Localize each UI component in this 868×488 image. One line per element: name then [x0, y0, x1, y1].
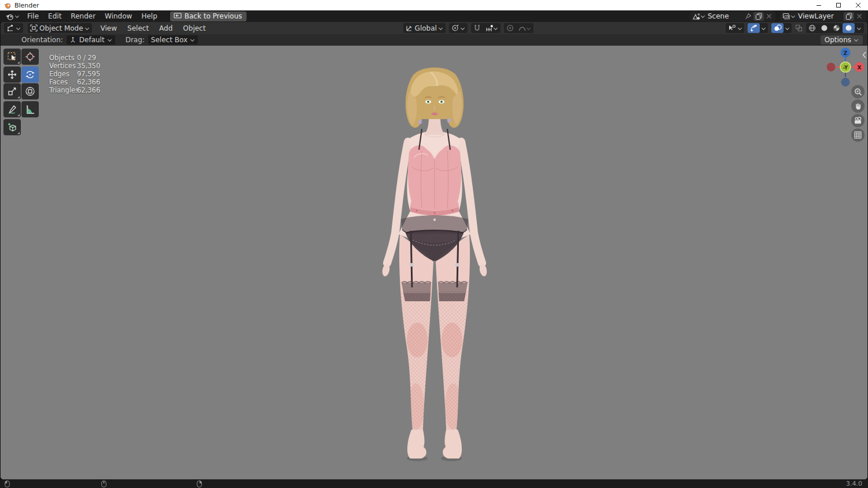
back-to-previous-button[interactable]: Back to Previous	[170, 12, 247, 21]
rotate-icon	[25, 69, 35, 80]
tool-rotate[interactable]	[21, 66, 39, 83]
blender-version: 3.4.0	[846, 480, 862, 487]
scene-selector[interactable]: Scene	[690, 12, 775, 21]
viewlayer-name[interactable]: ViewLayer	[796, 12, 844, 20]
menu-select[interactable]: Select	[122, 23, 154, 34]
global-orientation-icon	[406, 24, 413, 32]
mouse-left-icon	[5, 480, 10, 487]
visibility-dropdown[interactable]	[726, 23, 744, 33]
camera-view-button[interactable]	[851, 114, 865, 127]
snap-with-dropdown[interactable]	[483, 23, 501, 33]
scene-icon	[692, 13, 701, 20]
close-button[interactable]	[848, 0, 868, 10]
back-screen-icon	[174, 13, 182, 19]
xray-icon	[795, 24, 803, 32]
maximize-button[interactable]	[829, 0, 848, 10]
chevron-down-icon	[16, 26, 21, 31]
tool-measure[interactable]	[21, 101, 39, 117]
chevron-down-icon	[701, 14, 705, 19]
menu-window[interactable]: Window	[100, 11, 137, 21]
tool-cursor[interactable]	[21, 49, 39, 65]
tool-select-box[interactable]	[3, 49, 21, 65]
pivot-point-icon	[451, 24, 459, 32]
chevron-down-icon	[762, 26, 766, 31]
os-titlebar: Blender	[0, 0, 868, 10]
transform-controls: Global	[403, 23, 534, 33]
stat-vertices: Vertices35,350	[49, 62, 100, 70]
magnifier-icon	[854, 88, 862, 96]
tool-shelf	[3, 49, 39, 135]
show-overlays-toggle[interactable]	[771, 23, 784, 33]
sidebar-collapse-arrow[interactable]	[862, 51, 866, 58]
transform-icon	[25, 86, 35, 97]
chevron-down-icon	[738, 26, 742, 31]
measure-icon	[25, 104, 35, 114]
viewport-area: Object Mode View Select Add Object Globa…	[1, 22, 867, 479]
character-model[interactable]	[371, 60, 498, 464]
minimize-button[interactable]	[809, 0, 829, 10]
new-scene-icon[interactable]	[753, 12, 764, 21]
camera-icon	[854, 117, 862, 124]
drag-dropdown[interactable]: Select Box	[148, 35, 198, 45]
orientation-default-dropdown[interactable]: Default	[67, 35, 115, 45]
display-controls	[726, 23, 864, 33]
scale-icon	[7, 86, 17, 97]
tool-scale[interactable]	[3, 83, 21, 99]
zoom-button[interactable]	[851, 85, 865, 98]
grid-icon	[854, 131, 862, 139]
remove-viewlayer-icon[interactable]	[854, 12, 865, 21]
menu-help[interactable]: Help	[137, 11, 161, 21]
blender-logo-icon	[3, 2, 11, 9]
scene-name[interactable]: Scene	[705, 12, 743, 20]
options-label: Options	[825, 36, 851, 44]
drag-field-label: Drag:	[126, 36, 145, 44]
options-dropdown[interactable]: Options	[821, 35, 863, 45]
shading-rendered-button[interactable]	[843, 23, 855, 33]
wireframe-icon	[808, 24, 816, 32]
shading-solid-button[interactable]	[818, 23, 830, 33]
shading-material-button[interactable]	[830, 23, 843, 33]
orientation-field-label: Orientation:	[21, 36, 63, 44]
shading-mode-group	[806, 23, 864, 33]
menu-object[interactable]: Object	[178, 23, 211, 34]
menu-add[interactable]: Add	[154, 23, 178, 34]
tool-transform[interactable]	[21, 83, 39, 99]
menu-render[interactable]: Render	[66, 11, 100, 21]
new-viewlayer-icon[interactable]	[844, 12, 854, 21]
orientation-dropdown[interactable]: Global	[403, 23, 446, 33]
menu-view[interactable]: View	[95, 23, 122, 34]
shading-wireframe-button[interactable]	[806, 23, 818, 33]
viewlayer-selector[interactable]: ViewLayer	[780, 12, 866, 21]
blender-menu-icon	[5, 13, 14, 20]
pan-button[interactable]	[851, 99, 865, 113]
axis-icon	[69, 36, 76, 43]
tool-annotate[interactable]	[3, 101, 21, 117]
proportional-edit-toggle[interactable]	[504, 23, 516, 33]
chevron-down-icon	[461, 26, 465, 31]
annotate-pen-icon	[7, 104, 17, 114]
navigation-gizmo[interactable]: Z X -Y	[827, 47, 865, 88]
pin-icon[interactable]	[743, 12, 753, 21]
orthographic-toggle-button[interactable]	[851, 128, 865, 142]
xray-toggle[interactable]	[795, 24, 803, 32]
back-to-previous-label: Back to Previous	[185, 12, 242, 20]
unlink-scene-icon[interactable]	[764, 12, 774, 21]
mode-dropdown[interactable]: Object Mode	[28, 23, 92, 33]
show-gizmo-toggle[interactable]	[748, 23, 760, 33]
tool-add-cube[interactable]	[3, 119, 21, 135]
chevron-down-icon	[857, 26, 862, 31]
hand-icon	[854, 102, 862, 110]
viewport-canvas[interactable]: Objects0 / 29 Vertices35,350 Edges97,595…	[1, 46, 867, 479]
menu-file[interactable]: File	[23, 11, 43, 21]
snap-toggle[interactable]	[471, 23, 483, 33]
proportional-circle-icon	[506, 24, 514, 32]
editor-type-button[interactable]	[4, 23, 23, 33]
mouse-right-icon	[197, 480, 202, 487]
falloff-dropdown[interactable]	[516, 23, 534, 33]
blender-app-menu[interactable]	[2, 13, 23, 20]
gizmo-icon	[750, 24, 757, 32]
menu-edit[interactable]: Edit	[43, 11, 66, 21]
pivot-dropdown[interactable]	[449, 23, 468, 33]
tool-move[interactable]	[3, 66, 21, 83]
viewport-header: Object Mode View Select Add Object Globa…	[1, 22, 867, 34]
